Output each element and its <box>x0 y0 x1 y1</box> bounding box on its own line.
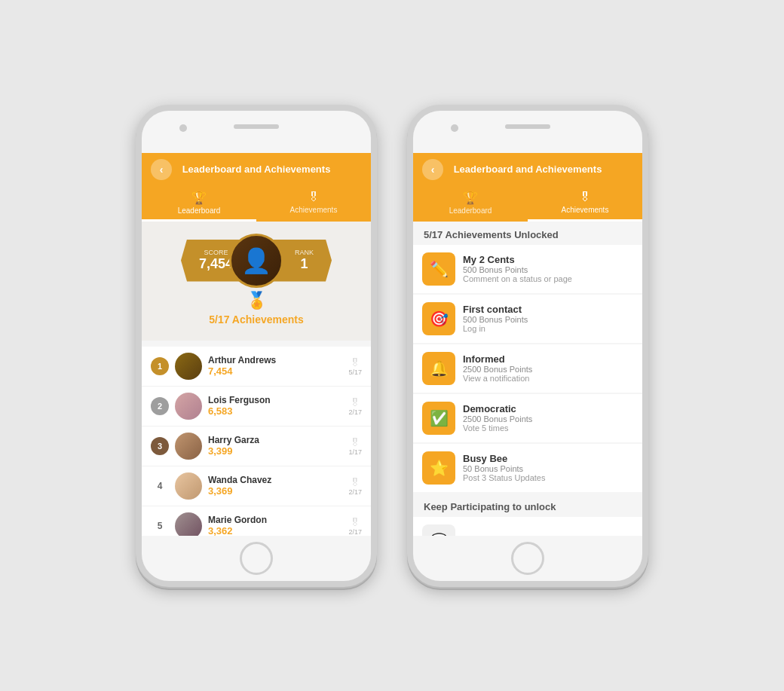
tabs-1: 🏆 Leaderboard 🎖 Achievements <box>142 186 371 222</box>
my2cents-title: My 2 Cents <box>463 254 633 265</box>
busybee-title: Busy Bee <box>463 453 633 464</box>
header-title-1: Leaderboard and Achievements <box>172 164 362 175</box>
phone-top-1 <box>142 111 371 153</box>
achievements-tab-label-1: Achievements <box>290 206 338 214</box>
avatar-2 <box>175 393 202 420</box>
achievements-count: 5/17 Achievements <box>209 313 304 326</box>
lb-score-5: 3,362 <box>208 525 342 536</box>
tab-leaderboard-1[interactable]: 🏆 Leaderboard <box>142 186 256 222</box>
phone-content-1: ‹ Leaderboard and Achievements 🏆 Leaderb… <box>142 153 371 536</box>
hero-section: Score 7,454 Rank 1 👤 <box>142 222 371 341</box>
speaker-2 <box>505 124 550 129</box>
home-button-1[interactable] <box>240 542 273 575</box>
achievement-informed: 🔔 Informed 2500 Bonus Points View a noti… <box>413 344 642 393</box>
score-label: Score <box>204 249 228 256</box>
rank-badge-1: 1 <box>151 357 169 375</box>
achievements-tab-icon-2: 🎖 <box>579 191 591 204</box>
busybee-desc: Post 3 Status Updates <box>463 473 633 482</box>
ach-icon-3: 🎖 <box>350 436 360 448</box>
my2cents-points: 500 Bonus Points <box>463 265 633 274</box>
leaderboard-content: Score 7,454 Rank 1 👤 <box>142 222 371 536</box>
phone-top-2 <box>413 111 642 153</box>
ach-count-2: 2/17 <box>348 408 362 416</box>
democratic-title: Democratic <box>463 403 633 414</box>
table-row: 2 Lois Ferguson 6,583 🎖 2/17 <box>142 387 371 427</box>
hero-avatar: 👤 <box>229 234 283 288</box>
informed-title: Informed <box>463 353 633 365</box>
achievements-tab-icon-1: 🎖 <box>308 191 320 204</box>
avatar-5 <box>175 512 202 536</box>
phone-2: ‹ Leaderboard and Achievements 🏆 Leaderb… <box>407 105 648 587</box>
ach-icon-2: 🎖 <box>350 396 360 408</box>
achievements-content: 5/17 Achievements Unlocked ✏️ My 2 Cents… <box>413 222 642 536</box>
ach-icon-4: 🎖 <box>350 476 360 488</box>
tab-achievements-1[interactable]: 🎖 Achievements <box>256 186 371 222</box>
leaderboard-tab-icon-1: 🏆 <box>191 191 207 205</box>
lb-score-2: 6,583 <box>208 405 342 417</box>
header-title-2: Leaderboard and Achievements <box>443 164 633 175</box>
achievements-tab-label-2: Achievements <box>562 206 609 214</box>
tabs-2: 🏆 Leaderboard 🎖 Achievements <box>413 186 642 222</box>
rank-badge-2: 2 <box>151 397 169 415</box>
lb-ach-4: 🎖 2/17 <box>348 476 362 496</box>
score-value: 7,454 <box>199 256 233 272</box>
achievement-my2cents: ✏️ My 2 Cents 500 Bonus Points Comment o… <box>413 245 642 293</box>
tab-achievements-2[interactable]: 🎖 Achievements <box>528 186 642 222</box>
democratic-icon: ✅ <box>422 402 455 435</box>
speaker-1 <box>234 124 279 129</box>
democratic-info: Democratic 2500 Bonus Points Vote 5 time… <box>463 403 633 433</box>
rank-badge-5: 5 <box>151 517 169 535</box>
democratic-desc: Vote 5 times <box>463 423 633 433</box>
lb-ach-2: 🎖 2/17 <box>348 396 362 416</box>
busybee-points: 50 Bonus Points <box>463 464 633 473</box>
rank-badge-4: 4 <box>151 477 169 495</box>
my2cents-info: My 2 Cents 500 Bonus Points Comment on a… <box>463 254 633 283</box>
firstcontact-icon: 🎯 <box>422 302 455 335</box>
achievement-firstcontact: 🎯 First contact 500 Bonus Points Log in <box>413 295 642 343</box>
locked-section-label: Keep Participating to unlock <box>413 494 642 517</box>
informed-desc: View a notification <box>463 374 633 383</box>
leaderboard-list: 1 Arthur Andrews 7,454 🎖 5/17 2 <box>142 347 371 536</box>
lb-name-1: Arthur Andrews <box>208 355 342 365</box>
camera-1 <box>179 124 187 132</box>
locked-icon-1: 💬 <box>422 524 455 536</box>
table-row: 3 Harry Garza 3,399 🎖 1/17 <box>142 427 371 466</box>
lb-name-5: Marie Gordon <box>208 515 342 525</box>
ach-count-5: 2/17 <box>348 528 362 536</box>
phone-content-2: ‹ Leaderboard and Achievements 🏆 Leaderb… <box>413 153 642 536</box>
achievement-busybee: ⭐ Busy Bee 50 Bonus Points Post 3 Status… <box>413 444 642 492</box>
tab-leaderboard-2[interactable]: 🏆 Leaderboard <box>413 186 528 222</box>
lb-name-3: Harry Garza <box>208 435 342 445</box>
lb-name-2: Lois Ferguson <box>208 395 342 405</box>
avatar-4 <box>175 472 202 500</box>
lb-info-3: Harry Garza 3,399 <box>208 435 342 457</box>
back-button-1[interactable]: ‹ <box>151 159 172 180</box>
lb-info-5: Marie Gordon 3,362 <box>208 515 342 536</box>
leaderboard-tab-icon-2: 🏆 <box>463 191 478 205</box>
home-button-2[interactable] <box>511 542 544 575</box>
lb-ach-1: 🎖 5/17 <box>348 356 362 376</box>
camera-2 <box>451 124 458 132</box>
lb-info-2: Lois Ferguson 6,583 <box>208 395 342 417</box>
phone-bottom-1 <box>142 536 371 581</box>
table-row: 4 Wanda Chavez 3,369 🎖 2/17 <box>142 466 371 506</box>
leaderboard-tab-label-1: Leaderboard <box>178 206 221 215</box>
ribbon-wrap: Score 7,454 Rank 1 👤 <box>151 240 362 282</box>
lb-score-4: 3,369 <box>208 485 342 497</box>
ach-icon-5: 🎖 <box>350 516 360 528</box>
my2cents-desc: Comment on a status or page <box>463 274 633 283</box>
ribbon-score: Score 7,454 <box>199 249 233 272</box>
lb-name-4: Wanda Chavez <box>208 475 342 485</box>
lb-info-4: Wanda Chavez 3,369 <box>208 475 342 497</box>
avatar-1 <box>175 353 202 380</box>
informed-info: Informed 2500 Bonus Points View a notifi… <box>463 353 633 383</box>
back-button-2[interactable]: ‹ <box>422 159 443 180</box>
phone-1: ‹ Leaderboard and Achievements 🏆 Leaderb… <box>136 105 377 587</box>
table-row: 5 Marie Gordon 3,362 🎖 2/17 <box>142 506 371 536</box>
my2cents-icon: ✏️ <box>422 252 455 286</box>
leaderboard-tab-label-2: Leaderboard <box>449 206 492 215</box>
informed-icon: 🔔 <box>422 352 455 385</box>
firstcontact-desc: Log in <box>463 324 633 333</box>
phones-container: ‹ Leaderboard and Achievements 🏆 Leaderb… <box>106 75 678 617</box>
achievement-democratic: ✅ Democratic 2500 Bonus Points Vote 5 ti… <box>413 394 642 442</box>
